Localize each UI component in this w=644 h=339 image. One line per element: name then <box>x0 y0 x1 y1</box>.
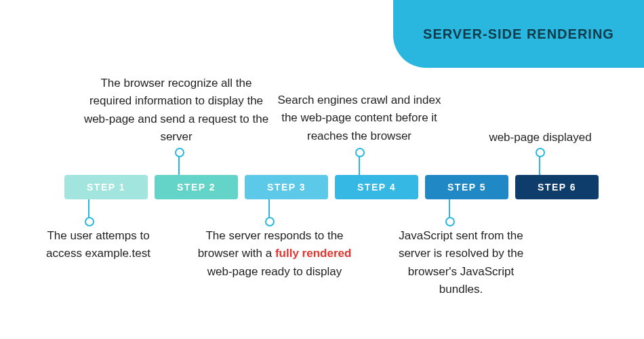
step-2-desc: The browser recognize all the required i… <box>81 75 271 146</box>
step-5-box: STEP 5 <box>425 175 508 199</box>
step-6-desc: web-page displayed <box>476 129 605 146</box>
step-3-desc-emphasis: fully rendered <box>275 247 351 260</box>
step-1-box: STEP 1 <box>64 175 148 199</box>
connector-step-5 <box>449 199 450 220</box>
connector-step-6 <box>539 155 540 175</box>
step-4-box: STEP 4 <box>335 175 418 199</box>
step-3-box: STEP 3 <box>245 175 328 199</box>
step-2-label: STEP 2 <box>177 182 216 193</box>
step-4-desc: Search engines crawl and index the web-p… <box>271 92 447 145</box>
step-1-label: STEP 1 <box>87 182 125 193</box>
step-3-label: STEP 3 <box>267 182 306 193</box>
header-tab: SERVER-SIDE RENDERING <box>393 0 644 68</box>
connector-step-1 <box>88 199 89 220</box>
step-5-desc: JavaScript sent from the server is resol… <box>386 227 536 298</box>
connector-step-3 <box>268 199 270 220</box>
step-6-box: STEP 6 <box>515 175 599 199</box>
header-title: SERVER-SIDE RENDERING <box>423 26 614 42</box>
step-1-desc: The user attemps to access example.test <box>31 227 166 263</box>
steps-row: STEP 1 STEP 2 STEP 3 STEP 4 STEP 5 STEP … <box>64 175 599 199</box>
step-2-box: STEP 2 <box>155 175 238 199</box>
step-4-label: STEP 4 <box>357 182 396 193</box>
step-5-label: STEP 5 <box>447 182 486 193</box>
step-6-label: STEP 6 <box>538 182 576 193</box>
step-3-desc-part3: web-page ready to display <box>207 265 342 278</box>
step-3-desc: The server responds to the browser with … <box>186 227 363 281</box>
connector-step-2 <box>178 155 180 175</box>
connector-step-4 <box>359 155 360 175</box>
